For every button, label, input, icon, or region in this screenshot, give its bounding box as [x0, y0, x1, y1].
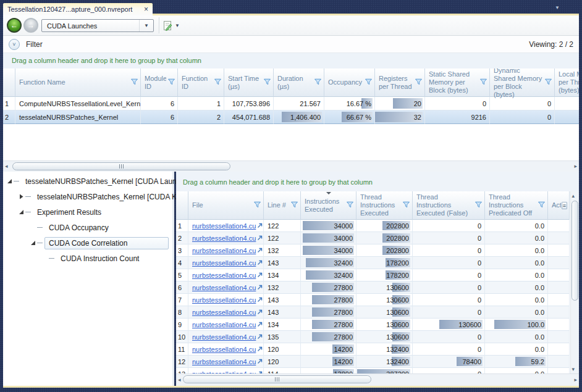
filter-funnel-icon[interactable] [402, 201, 410, 211]
column-header[interactable]: Duration (µs) [274, 69, 324, 97]
filter-collapse-button[interactable]: ˅ [9, 39, 20, 50]
tree-item[interactable]: CUDA Code Correlation [3, 235, 172, 251]
column-header[interactable]: Start Time (µs) [224, 69, 274, 97]
file-link[interactable]: nurbstessellation4.cu [192, 333, 256, 341]
file-link[interactable]: nurbstessellation4.cu [192, 272, 256, 279]
file-link[interactable]: nurbstessellation4.cu [192, 321, 256, 328]
filter-funnel-icon[interactable] [314, 78, 322, 88]
window-menu-chevron-icon[interactable]: ▼ [555, 5, 560, 10]
file-link[interactable]: nurbstessellation4.cu [192, 309, 256, 316]
scroll-up-icon[interactable]: ▴ [572, 193, 575, 199]
bottom-grid-horizontal-scrollbar[interactable]: ◂ ▸ [176, 373, 579, 386]
external-link-icon[interactable] [257, 272, 263, 279]
instruction-count-row[interactable]: 12nurbstessellation4.cu12014200132400784… [176, 356, 570, 368]
column-header[interactable]: Line # [264, 191, 301, 220]
column-header[interactable]: Module ID [141, 69, 178, 97]
filter-funnel-icon[interactable] [290, 201, 298, 211]
file-link[interactable]: nurbstessellation4.cu [192, 358, 256, 365]
column-header[interactable]: Active≡ [548, 191, 570, 220]
instruction-count-row[interactable]: 11nurbstessellation4.cu1201420013240000.… [176, 343, 570, 356]
external-link-icon[interactable] [257, 284, 263, 291]
scrollbar-thumb[interactable] [12, 162, 230, 170]
scroll-left-icon[interactable]: ◂ [5, 163, 8, 169]
external-link-icon[interactable] [257, 309, 263, 316]
column-header[interactable]: Instructions Executed [301, 191, 356, 220]
instruction-count-row[interactable]: 1nurbstessellation4.cu1223400020280000.0 [176, 220, 570, 232]
view-selector-dropdown[interactable]: CUDA Launches ▼ [41, 19, 154, 32]
tree-expanded-icon[interactable] [30, 240, 36, 246]
instruction-count-row[interactable]: 8nurbstessellation4.cu1432780013060000.0 [176, 306, 570, 319]
scroll-right-icon[interactable]: ▸ [574, 377, 577, 383]
kernel-launch-row[interactable]: 2tesselateNURBSPatches_Kernel62454,071.6… [3, 111, 579, 124]
file-link[interactable]: nurbstessellation4.cu [192, 235, 256, 242]
filter-funnel-icon[interactable] [415, 78, 423, 88]
filter-funnel-icon[interactable] [263, 78, 271, 88]
scrollbar-thumb[interactable] [183, 375, 371, 383]
column-header[interactable]: File [188, 191, 264, 220]
bottom-grid-vertical-scrollbar[interactable]: ▴ ▾ [570, 191, 579, 373]
external-link-icon[interactable] [257, 259, 263, 267]
tree-collapsed-icon[interactable] [19, 194, 25, 199]
external-link-icon[interactable] [257, 235, 263, 242]
file-link[interactable]: nurbstessellation4.cu [192, 346, 256, 353]
tree-expanded-icon[interactable] [19, 209, 25, 215]
instruction-count-row[interactable]: 6nurbstessellation4.cu1322780013060000.0 [176, 281, 570, 294]
bottom-grid-group-drop-zone[interactable]: Drag a column header and drop it here to… [176, 172, 579, 191]
column-menu-icon[interactable]: ≡ [562, 202, 567, 209]
filter-funnel-icon[interactable] [544, 78, 552, 88]
column-header[interactable]: Thread Instructions Executed (False) [413, 191, 485, 220]
document-tab[interactable]: Tessellation120427...apture_000.nvreport… [3, 3, 153, 15]
kernel-launch-row[interactable]: 1ComputeNURBSTessellationLevel_Kernel611… [3, 97, 579, 111]
instruction-count-row[interactable]: 10nurbstessellation4.cu1352780013060000.… [176, 331, 570, 343]
forward-button[interactable]: → [23, 18, 38, 33]
column-header[interactable]: Function Name [15, 69, 141, 97]
tree-item[interactable]: tesselateNURBSPatches_Kernel [CUDA Kerne… [3, 189, 172, 204]
external-link-icon[interactable] [257, 222, 263, 230]
column-header[interactable]: Thread Instructions Predicated Off [485, 191, 548, 220]
filter-funnel-icon[interactable] [538, 201, 546, 211]
file-link[interactable]: nurbstessellation4.cu [192, 222, 256, 230]
tree-item[interactable]: Experiment Results [3, 204, 172, 220]
filter-funnel-icon[interactable] [167, 78, 175, 88]
scrollbar-thumb[interactable] [571, 201, 578, 301]
instruction-count-row[interactable]: 3nurbstessellation4.cu1323400020280000.0 [176, 244, 570, 257]
tree-item[interactable]: CUDA Occupancy [3, 220, 172, 235]
close-icon[interactable]: × [144, 6, 148, 12]
instruction-count-row[interactable]: 5nurbstessellation4.cu1343240017820000.0 [176, 269, 570, 281]
chevron-down-icon[interactable]: ▼ [139, 20, 153, 31]
external-link-icon[interactable] [257, 296, 263, 304]
instruction-count-row[interactable]: 7nurbstessellation4.cu1432780013060000.0 [176, 294, 570, 306]
filter-funnel-icon[interactable] [365, 78, 373, 88]
filter-funnel-icon[interactable] [479, 78, 487, 88]
column-header[interactable]: Function ID [178, 69, 224, 97]
tree-item[interactable]: tesselateNURBSPatches_Kernel [CUDA Launc… [3, 173, 172, 189]
external-link-icon[interactable] [257, 321, 263, 328]
top-grid-horizontal-scrollbar[interactable]: ◂ ▸ [3, 161, 579, 172]
column-header[interactable]: Registers per Thread [375, 69, 425, 97]
scroll-down-icon[interactable]: ▾ [572, 366, 575, 372]
column-header[interactable]: Thread Instructions Executed [356, 191, 413, 220]
column-header[interactable]: Dynamic Shared Memory per Block (bytes) [490, 69, 555, 97]
filter-funnel-icon[interactable] [474, 201, 483, 211]
instruction-count-row[interactable]: 9nurbstessellation4.cu134278001306001306… [176, 319, 570, 331]
tree-expanded-icon[interactable] [7, 178, 13, 184]
filter-funnel-icon[interactable] [346, 201, 354, 211]
instruction-count-row[interactable]: 4nurbstessellation4.cu1433240017820000.0 [176, 257, 570, 269]
column-header[interactable]: Occupancy [324, 69, 375, 97]
report-options-button[interactable]: ▼ [163, 19, 182, 32]
external-link-icon[interactable] [257, 346, 263, 353]
scroll-left-icon[interactable]: ◂ [178, 377, 181, 383]
file-link[interactable]: nurbstessellation4.cu [192, 284, 256, 291]
instruction-count-row[interactable]: 2nurbstessellation4.cu1223400020280000.0 [176, 232, 570, 244]
external-link-icon[interactable] [257, 333, 263, 341]
tree-item[interactable]: CUDA Instruction Count [3, 251, 172, 266]
file-link[interactable]: nurbstessellation4.cu [192, 247, 256, 254]
filter-funnel-icon[interactable] [214, 78, 222, 88]
file-link[interactable]: nurbstessellation4.cu [192, 296, 256, 304]
scroll-right-icon[interactable]: ▸ [574, 163, 577, 169]
column-header[interactable]: Static Shared Memory per Block (bytes) [425, 69, 490, 97]
external-link-icon[interactable] [257, 358, 263, 365]
column-header[interactable]: Local Memory per Thread (bytes) [555, 69, 579, 97]
filter-funnel-icon[interactable] [253, 201, 261, 211]
file-link[interactable]: nurbstessellation4.cu [192, 259, 256, 267]
